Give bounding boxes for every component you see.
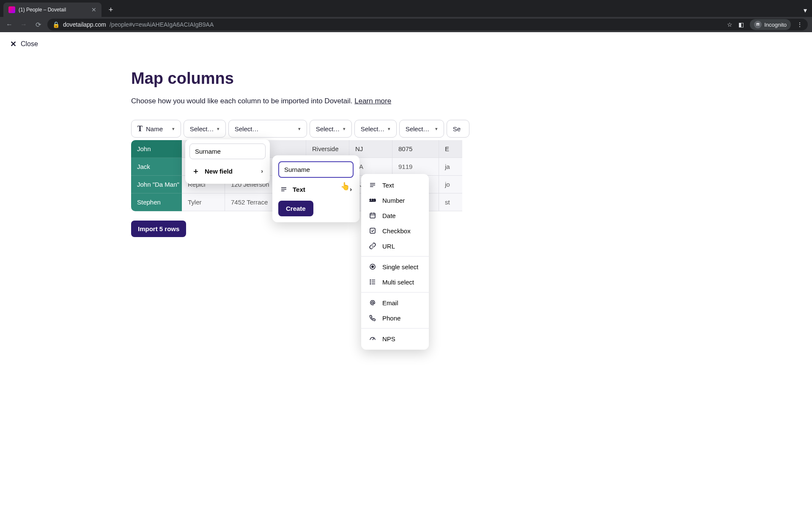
extensions-icon[interactable]: ◧ <box>738 21 744 28</box>
url-domain: dovetailapp.com <box>63 21 106 28</box>
calendar-icon <box>369 212 376 219</box>
star-icon[interactable]: ☆ <box>727 21 732 28</box>
field-type-selector[interactable]: Text › <box>278 182 354 196</box>
address-bar[interactable]: 🔒 dovetailapp.com/people#v=ewAiAHEAIgA6A… <box>47 19 808 30</box>
field-name-input[interactable] <box>278 161 354 178</box>
cell: 8075 <box>392 140 439 158</box>
field-type-text[interactable]: Text <box>361 177 429 193</box>
cell: ja <box>439 158 462 176</box>
lock-icon: 🔒 <box>52 21 60 28</box>
chevron-down-icon: ▾ <box>388 126 390 132</box>
text-icon <box>280 185 288 193</box>
svg-rect-13 <box>370 228 375 233</box>
menu-divider <box>361 328 429 329</box>
column-header-4[interactable]: Select…▾ <box>310 120 352 138</box>
field-type-url[interactable]: URL <box>361 238 429 254</box>
incognito-icon <box>754 21 762 28</box>
field-type-single-select[interactable]: Single select <box>361 259 429 274</box>
chevron-right-icon: › <box>350 186 352 193</box>
menu-divider <box>361 256 429 257</box>
kebab-icon[interactable]: ⋮ <box>797 21 803 28</box>
chevron-down-icon: ▾ <box>435 126 438 132</box>
svg-point-21 <box>370 284 371 284</box>
plus-icon: ＋ <box>192 166 200 176</box>
page-close-bar: ✕ Close <box>0 32 812 56</box>
column-select-popover: ＋ New field › <box>185 139 270 184</box>
forward-icon[interactable]: → <box>19 21 29 28</box>
svg-rect-9 <box>370 213 375 218</box>
text-type-icon: T <box>137 124 143 133</box>
menu-divider <box>361 292 429 293</box>
svg-line-23 <box>373 338 374 340</box>
link-icon <box>369 242 376 250</box>
svg-point-20 <box>370 282 371 282</box>
column-header-7[interactable]: Se <box>447 120 469 138</box>
list-icon <box>369 278 376 286</box>
field-type-email[interactable]: Email <box>361 295 429 310</box>
text-icon <box>369 181 376 189</box>
field-type-number[interactable]: 123Number <box>361 193 429 208</box>
number-icon: 123 <box>369 196 376 204</box>
column-header-5[interactable]: Select…▾ <box>354 120 397 138</box>
field-search-input[interactable] <box>189 144 266 159</box>
cell: 9119 <box>392 158 439 176</box>
url-path: /people#v=ewAiAHEAIgA6ACIAIgB9AA <box>110 21 214 28</box>
chevron-down-icon: ▾ <box>298 126 301 132</box>
svg-point-15 <box>372 266 374 268</box>
learn-more-link[interactable]: Learn more <box>354 97 391 105</box>
cell: John <box>131 140 182 158</box>
new-field-popover: Text › Create <box>272 155 359 222</box>
field-type-menu: Text 123Number Date Checkbox URL Single … <box>361 174 429 350</box>
page-content: Map columns Choose how you would like ea… <box>0 56 812 237</box>
browser-tab[interactable]: (1) People – Dovetail ✕ <box>3 3 102 17</box>
window-controls: ▾ <box>804 6 807 14</box>
tab-close-icon[interactable]: ✕ <box>91 6 96 13</box>
cell: Tyler <box>182 193 225 211</box>
svg-point-0 <box>757 25 758 26</box>
page-title: Map columns <box>131 69 812 88</box>
incognito-label: Incognito <box>764 22 787 28</box>
phone-icon <box>369 314 376 322</box>
column-header-name[interactable]: T Name ▾ <box>131 120 181 138</box>
cell: jo <box>439 176 462 193</box>
favicon <box>8 6 15 13</box>
svg-point-19 <box>370 280 371 281</box>
cell: Stephen <box>131 193 182 211</box>
mapping-table: T Name ▾ Select…▾ Select…▾ Select…▾ Sele… <box>131 120 469 237</box>
field-type-checkbox[interactable]: Checkbox <box>361 223 429 238</box>
cell: st <box>439 193 462 211</box>
tab-bar: (1) People – Dovetail ✕ + ▾ <box>0 0 812 17</box>
column-header-6[interactable]: Select…▾ <box>399 120 444 138</box>
svg-text:123: 123 <box>370 198 376 202</box>
incognito-badge: Incognito <box>750 19 791 30</box>
field-type-date[interactable]: Date <box>361 208 429 223</box>
close-button[interactable]: ✕ Close <box>10 39 38 49</box>
cell: Jack <box>131 158 182 176</box>
checkbox-icon <box>369 227 376 235</box>
at-icon <box>369 299 376 306</box>
chevron-down-icon: ▾ <box>343 126 346 132</box>
cell: E <box>439 140 462 158</box>
chevron-right-icon: › <box>261 168 263 174</box>
reload-icon[interactable]: ⟳ <box>33 21 43 29</box>
field-type-nps[interactable]: NPS <box>361 331 429 346</box>
column-header-3[interactable]: Select…▾ <box>228 120 307 138</box>
create-button[interactable]: Create <box>278 201 313 216</box>
close-icon: ✕ <box>10 39 16 49</box>
field-type-multi-select[interactable]: Multi select <box>361 274 429 290</box>
new-tab-button[interactable]: + <box>105 4 117 16</box>
back-icon[interactable]: ← <box>4 21 14 28</box>
new-field-option[interactable]: ＋ New field › <box>189 163 266 179</box>
chevron-down-icon: ▾ <box>217 126 219 132</box>
toolbar: ← → ⟳ 🔒 dovetailapp.com/people#v=ewAiAHE… <box>0 17 812 32</box>
close-label: Close <box>21 40 38 48</box>
chevron-down-icon: ▾ <box>172 126 175 132</box>
radio-icon <box>369 263 376 271</box>
field-type-phone[interactable]: Phone <box>361 310 429 326</box>
browser-chrome: (1) People – Dovetail ✕ + ▾ ← → ⟳ 🔒 dove… <box>0 0 812 32</box>
import-button[interactable]: Import 5 rows <box>131 221 186 237</box>
page-subtitle: Choose how you would like each column to… <box>131 97 812 105</box>
column-header-2[interactable]: Select…▾ <box>184 120 226 138</box>
chevron-down-icon[interactable]: ▾ <box>804 6 807 14</box>
gauge-icon <box>369 335 376 342</box>
